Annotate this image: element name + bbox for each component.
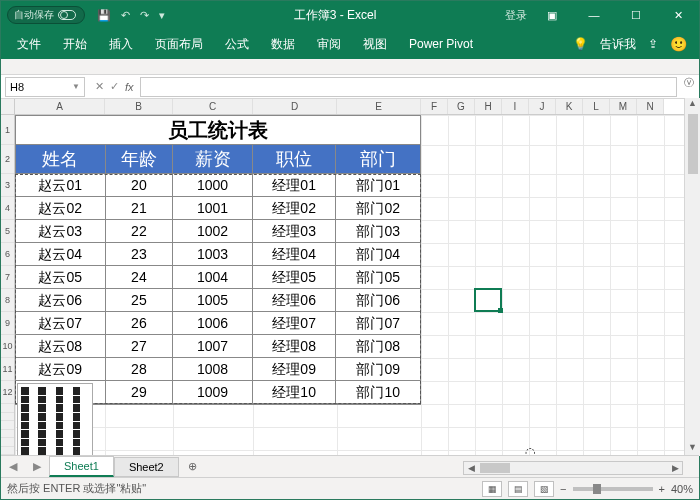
share-icon[interactable]: ⇪ [648, 37, 658, 51]
tab-file[interactable]: 文件 [7, 31, 51, 58]
select-all[interactable] [1, 99, 15, 114]
view-pagebreak-icon[interactable]: ▧ [534, 481, 554, 497]
chevron-down-icon[interactable]: ▼ [72, 82, 80, 91]
row-header[interactable]: 3 [1, 174, 14, 197]
tab-开始[interactable]: 开始 [53, 31, 97, 58]
active-cell[interactable] [474, 288, 502, 312]
tab-公式[interactable]: 公式 [215, 31, 259, 58]
table-header[interactable]: 部门 [336, 145, 420, 174]
ribbon-options-icon[interactable]: ▣ [535, 1, 569, 29]
vertical-scrollbar[interactable]: ▲▼ [684, 98, 700, 456]
tab-nav-next-icon[interactable]: ▶ [25, 460, 49, 473]
table-title: 员工统计表 [16, 116, 420, 145]
row-header[interactable]: 11 [1, 358, 14, 381]
status-message: 然后按 ENTER 或选择"粘贴" [7, 481, 146, 496]
tab-插入[interactable]: 插入 [99, 31, 143, 58]
cancel-formula-icon[interactable]: ✕ [95, 80, 104, 93]
zoom-out[interactable]: − [560, 483, 566, 495]
redo-icon[interactable]: ↷ [140, 9, 149, 22]
row-header[interactable]: 6 [1, 243, 14, 266]
col-header[interactable]: M [610, 99, 637, 114]
qr-code: Word联盟 www.wordlm.com [17, 383, 93, 455]
tell-me[interactable]: 告诉我 [600, 36, 636, 53]
maximize-icon[interactable]: ☐ [619, 1, 653, 29]
sheet-tab-1[interactable]: Sheet1 [49, 456, 114, 477]
row-header[interactable]: 10 [1, 335, 14, 358]
col-header[interactable]: H [475, 99, 502, 114]
col-header[interactable]: A [15, 99, 105, 114]
col-header[interactable]: J [529, 99, 556, 114]
col-header[interactable]: K [556, 99, 583, 114]
minimize-icon[interactable]: — [577, 1, 611, 29]
formula-bar[interactable] [140, 77, 677, 97]
busy-cursor: ◌ [525, 445, 535, 455]
row-header[interactable]: 9 [1, 312, 14, 335]
zoom-in[interactable]: + [659, 483, 665, 495]
col-header[interactable]: L [583, 99, 610, 114]
table-header[interactable]: 薪资 [173, 145, 253, 174]
bulb-icon: 💡 [573, 37, 588, 51]
paste-marquee [15, 174, 421, 404]
feedback-icon[interactable]: 🙂 [670, 36, 687, 52]
tab-Power Pivot[interactable]: Power Pivot [399, 32, 483, 56]
row-header[interactable]: 12 [1, 381, 14, 404]
row-header[interactable]: 4 [1, 197, 14, 220]
zoom-slider[interactable] [573, 487, 653, 491]
tab-页面布局[interactable]: 页面布局 [145, 31, 213, 58]
col-header[interactable]: E [337, 99, 421, 114]
col-header[interactable]: N [637, 99, 664, 114]
tab-数据[interactable]: 数据 [261, 31, 305, 58]
col-header[interactable]: C [173, 99, 253, 114]
window-title: 工作簿3 - Excel [165, 7, 505, 24]
row-header[interactable]: 2 [1, 145, 14, 174]
tab-nav-prev-icon[interactable]: ◀ [1, 460, 25, 473]
name-box[interactable]: H8▼ [5, 77, 85, 97]
col-header[interactable]: G [448, 99, 475, 114]
save-icon[interactable]: 💾 [97, 9, 111, 22]
horizontal-scrollbar[interactable]: ◀▶ [463, 461, 683, 475]
add-sheet-icon[interactable]: ⊕ [183, 458, 203, 476]
autosave-toggle[interactable]: 自动保存 [7, 6, 85, 24]
table-header[interactable]: 职位 [253, 145, 337, 174]
view-layout-icon[interactable]: ▤ [508, 481, 528, 497]
col-header[interactable]: F [421, 99, 448, 114]
sheet-tab-2[interactable]: Sheet2 [114, 457, 179, 477]
collapse-ribbon-icon[interactable]: ⓥ [684, 76, 694, 90]
col-header[interactable]: I [502, 99, 529, 114]
tab-视图[interactable]: 视图 [353, 31, 397, 58]
accept-formula-icon[interactable]: ✓ [110, 80, 119, 93]
fill-handle[interactable] [498, 308, 503, 313]
table-header[interactable]: 年龄 [106, 145, 174, 174]
row-header[interactable]: 1 [1, 115, 14, 145]
row-header[interactable]: 5 [1, 220, 14, 243]
login-link[interactable]: 登录 [505, 8, 527, 23]
tab-审阅[interactable]: 审阅 [307, 31, 351, 58]
fx-icon[interactable]: fx [125, 81, 134, 93]
col-header[interactable]: D [253, 99, 337, 114]
view-normal-icon[interactable]: ▦ [482, 481, 502, 497]
row-header[interactable]: 7 [1, 266, 14, 289]
row-header[interactable]: 8 [1, 289, 14, 312]
col-header[interactable]: B [105, 99, 173, 114]
undo-icon[interactable]: ↶ [121, 9, 130, 22]
table-header[interactable]: 姓名 [16, 145, 106, 174]
close-icon[interactable]: ✕ [661, 1, 695, 29]
zoom-level[interactable]: 40% [671, 483, 693, 495]
